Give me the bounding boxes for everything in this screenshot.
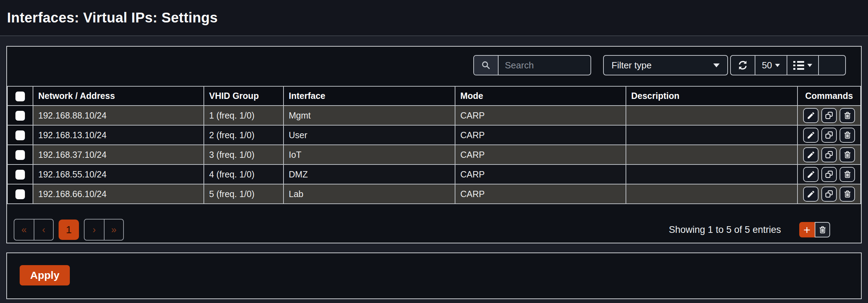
table-row: 192.168.13.10/24 2 (freq. 1/0) User CARP <box>7 125 861 145</box>
current-page-button[interactable]: 1 <box>59 220 79 240</box>
row-checkbox[interactable] <box>15 111 25 121</box>
edit-button[interactable] <box>803 187 819 202</box>
pencil-icon <box>807 150 815 159</box>
pencil-icon <box>807 170 815 179</box>
refresh-icon <box>737 60 748 71</box>
cell-description <box>626 164 797 184</box>
cell-vhid-group: 4 (freq. 1/0) <box>204 164 283 184</box>
column-header-interface: Interface <box>283 86 455 106</box>
blank-toolbar-button[interactable] <box>818 56 845 75</box>
page-title: Interfaces: Virtual IPs: Settings <box>7 10 218 26</box>
cell-description <box>626 184 797 204</box>
cell-vhid-group: 2 (freq. 1/0) <box>204 125 283 145</box>
apply-button[interactable]: Apply <box>20 265 70 285</box>
search-box <box>473 55 591 75</box>
cell-interface: DMZ <box>283 164 455 184</box>
apply-panel: Apply <box>6 252 862 299</box>
row-select-cell <box>7 106 33 125</box>
virtual-ips-grid-panel: Filter type 50 <box>6 46 862 243</box>
refresh-button[interactable] <box>731 56 755 75</box>
cell-mode: CARP <box>455 164 626 184</box>
clone-button[interactable] <box>821 128 837 143</box>
grid-toolbar: Filter type 50 <box>7 47 861 86</box>
edit-button[interactable] <box>803 147 819 162</box>
clone-button[interactable] <box>821 167 837 182</box>
cell-description <box>626 106 797 125</box>
clone-button[interactable] <box>821 147 837 162</box>
row-select-cell <box>7 125 33 145</box>
chevron-down-icon <box>775 64 780 67</box>
chevron-down-icon <box>713 63 720 67</box>
trash-icon <box>843 150 852 159</box>
virtual-ips-table: Network / Address VHID Group Interface M… <box>7 86 861 204</box>
search-button[interactable] <box>474 56 499 75</box>
cell-description <box>626 145 797 164</box>
clone-icon <box>824 130 834 140</box>
edit-button[interactable] <box>803 108 819 123</box>
grid-footer: « ‹ 1 › » Showing 1 to 5 of 5 entries + <box>7 204 861 243</box>
cell-network-address: 192.168.13.10/24 <box>33 125 204 145</box>
column-header-commands: Commands <box>797 86 861 106</box>
row-select-cell <box>7 145 33 164</box>
table-row: 192.168.88.10/24 1 (freq. 1/0) Mgmt CARP <box>7 106 861 125</box>
clone-icon <box>824 189 834 198</box>
pagination-forward-group: › » <box>84 219 124 241</box>
delete-button[interactable] <box>840 167 855 182</box>
pencil-icon <box>807 131 815 140</box>
first-page-button[interactable]: « <box>14 220 34 240</box>
trash-icon <box>818 225 827 234</box>
cell-interface: User <box>283 125 455 145</box>
clone-button[interactable] <box>821 108 837 123</box>
clone-icon <box>824 111 834 120</box>
row-select-cell <box>7 164 33 184</box>
cell-interface: Mgmt <box>283 106 455 125</box>
select-all-checkbox[interactable] <box>15 92 25 101</box>
cell-commands <box>797 125 861 145</box>
grid-footer-right: Showing 1 to 5 of 5 entries + <box>669 222 830 237</box>
table-row: 192.168.37.10/24 3 (freq. 1/0) IoT CARP <box>7 145 861 164</box>
edit-button[interactable] <box>803 167 819 182</box>
row-checkbox[interactable] <box>15 150 25 160</box>
cell-vhid-group: 3 (freq. 1/0) <box>204 145 283 164</box>
previous-page-button[interactable]: ‹ <box>34 220 53 240</box>
pagination: « ‹ 1 › » <box>14 219 124 241</box>
cell-vhid-group: 5 (freq. 1/0) <box>204 184 283 204</box>
chevron-down-icon <box>807 64 812 67</box>
cell-commands <box>797 106 861 125</box>
delete-button[interactable] <box>840 108 855 123</box>
row-checkbox[interactable] <box>15 130 25 140</box>
columns-select-button[interactable] <box>787 56 818 75</box>
delete-button[interactable] <box>840 128 855 143</box>
pagination-back-group: « ‹ <box>14 219 54 241</box>
page-header: Interfaces: Virtual IPs: Settings <box>0 0 868 36</box>
trash-icon <box>843 190 852 198</box>
column-header-vhid-group: VHID Group <box>204 86 283 106</box>
add-button[interactable]: + <box>799 222 815 237</box>
pencil-icon <box>807 111 815 120</box>
table-row: 192.168.55.10/24 4 (freq. 1/0) DMZ CARP <box>7 164 861 184</box>
row-checkbox[interactable] <box>15 170 25 180</box>
cell-commands <box>797 164 861 184</box>
filter-type-select[interactable]: Filter type <box>603 55 728 75</box>
search-input[interactable] <box>499 56 590 75</box>
page-size-select[interactable]: 50 <box>755 56 787 75</box>
cell-commands <box>797 145 861 164</box>
column-header-network: Network / Address <box>33 86 204 106</box>
delete-selected-button[interactable] <box>815 222 830 237</box>
cell-interface: IoT <box>283 145 455 164</box>
clone-button[interactable] <box>821 187 837 202</box>
cell-mode: CARP <box>455 184 626 204</box>
column-header-mode: Mode <box>455 86 626 106</box>
delete-button[interactable] <box>840 147 855 162</box>
cell-mode: CARP <box>455 145 626 164</box>
edit-button[interactable] <box>803 128 819 143</box>
row-select-cell <box>7 184 33 204</box>
showing-entries-text: Showing 1 to 5 of 5 entries <box>669 224 781 235</box>
filter-type-label: Filter type <box>612 60 652 71</box>
clone-icon <box>824 150 834 159</box>
last-page-button[interactable]: » <box>104 220 123 240</box>
delete-button[interactable] <box>840 187 855 202</box>
header-select-all-cell <box>7 86 33 106</box>
row-checkbox[interactable] <box>15 189 25 199</box>
next-page-button[interactable]: › <box>85 220 104 240</box>
